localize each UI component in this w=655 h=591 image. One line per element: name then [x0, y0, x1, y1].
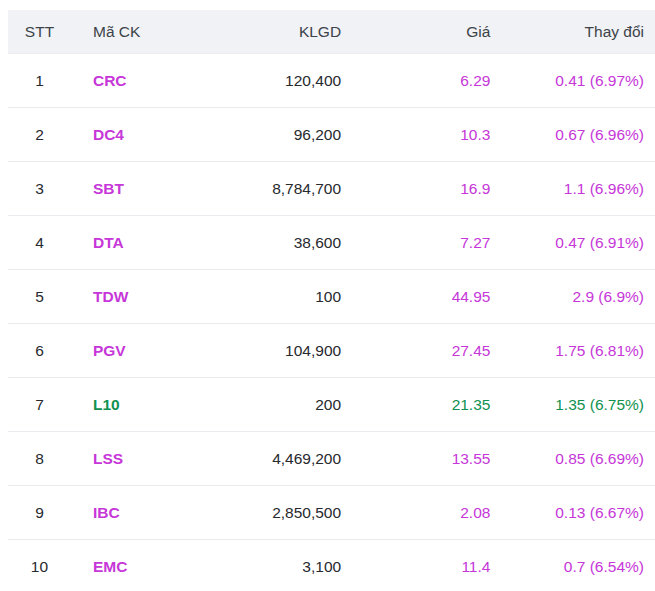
ticker-cell[interactable]: PGV: [71, 324, 162, 378]
table-row[interactable]: 7 L10 200 21.35 1.35 (6.75%): [8, 378, 655, 432]
price-cell: 10.3: [341, 108, 490, 162]
column-header-ticker: Mã CK: [71, 10, 162, 54]
price-cell: 13.55: [341, 432, 490, 486]
table-row[interactable]: 4 DTA 38,600 7.27 0.47 (6.91%): [8, 216, 655, 270]
table-body: 1 CRC 120,400 6.29 0.41 (6.97%) 2 DC4 96…: [8, 54, 655, 591]
table-row[interactable]: 1 CRC 120,400 6.29 0.41 (6.97%): [8, 54, 655, 108]
column-header-stt: STT: [8, 10, 71, 54]
table-row[interactable]: 2 DC4 96,200 10.3 0.67 (6.96%): [8, 108, 655, 162]
stt-cell: 6: [8, 324, 71, 378]
change-cell: 1.35 (6.75%): [490, 378, 655, 432]
change-cell: 0.47 (6.91%): [490, 216, 655, 270]
ticker-cell[interactable]: LSS: [71, 432, 162, 486]
ticker-cell[interactable]: L10: [71, 378, 162, 432]
volume-cell: 200: [162, 378, 341, 432]
price-cell: 21.35: [341, 378, 490, 432]
change-cell: 1.1 (6.96%): [490, 162, 655, 216]
volume-cell: 100: [162, 270, 341, 324]
column-header-change: Thay đổi: [490, 10, 655, 54]
stock-gainers-table: STT Mã CK KLGD Giá Thay đổi 1 CRC 120,40…: [8, 10, 655, 591]
change-cell: 0.67 (6.96%): [490, 108, 655, 162]
ticker-cell[interactable]: SBT: [71, 162, 162, 216]
change-cell: 0.13 (6.67%): [490, 486, 655, 540]
change-cell: 1.75 (6.81%): [490, 324, 655, 378]
volume-cell: 3,100: [162, 540, 341, 591]
stt-cell: 8: [8, 432, 71, 486]
table-row[interactable]: 5 TDW 100 44.95 2.9 (6.9%): [8, 270, 655, 324]
ticker-cell[interactable]: EMC: [71, 540, 162, 591]
price-cell: 27.45: [341, 324, 490, 378]
column-header-volume: KLGD: [162, 10, 341, 54]
table-row[interactable]: 6 PGV 104,900 27.45 1.75 (6.81%): [8, 324, 655, 378]
ticker-cell[interactable]: TDW: [71, 270, 162, 324]
ticker-cell[interactable]: DTA: [71, 216, 162, 270]
stt-cell: 2: [8, 108, 71, 162]
price-cell: 44.95: [341, 270, 490, 324]
change-cell: 0.85 (6.69%): [490, 432, 655, 486]
stt-cell: 9: [8, 486, 71, 540]
ticker-cell[interactable]: CRC: [71, 54, 162, 108]
stt-cell: 5: [8, 270, 71, 324]
table-row[interactable]: 10 EMC 3,100 11.4 0.7 (6.54%): [8, 540, 655, 591]
column-header-price: Giá: [341, 10, 490, 54]
volume-cell: 8,784,700: [162, 162, 341, 216]
table-header: STT Mã CK KLGD Giá Thay đổi: [8, 10, 655, 54]
volume-cell: 38,600: [162, 216, 341, 270]
stock-table-container: STT Mã CK KLGD Giá Thay đổi 1 CRC 120,40…: [0, 0, 655, 591]
table-row[interactable]: 8 LSS 4,469,200 13.55 0.85 (6.69%): [8, 432, 655, 486]
price-cell: 6.29: [341, 54, 490, 108]
stt-cell: 7: [8, 378, 71, 432]
price-cell: 16.9: [341, 162, 490, 216]
stt-cell: 10: [8, 540, 71, 591]
stt-cell: 4: [8, 216, 71, 270]
ticker-cell[interactable]: IBC: [71, 486, 162, 540]
table-row[interactable]: 3 SBT 8,784,700 16.9 1.1 (6.96%): [8, 162, 655, 216]
ticker-cell[interactable]: DC4: [71, 108, 162, 162]
volume-cell: 4,469,200: [162, 432, 341, 486]
volume-cell: 120,400: [162, 54, 341, 108]
price-cell: 7.27: [341, 216, 490, 270]
volume-cell: 2,850,500: [162, 486, 341, 540]
table-row[interactable]: 9 IBC 2,850,500 2.08 0.13 (6.67%): [8, 486, 655, 540]
change-cell: 0.7 (6.54%): [490, 540, 655, 591]
volume-cell: 96,200: [162, 108, 341, 162]
change-cell: 0.41 (6.97%): [490, 54, 655, 108]
price-cell: 2.08: [341, 486, 490, 540]
volume-cell: 104,900: [162, 324, 341, 378]
header-row: STT Mã CK KLGD Giá Thay đổi: [8, 10, 655, 54]
price-cell: 11.4: [341, 540, 490, 591]
change-cell: 2.9 (6.9%): [490, 270, 655, 324]
stt-cell: 3: [8, 162, 71, 216]
stt-cell: 1: [8, 54, 71, 108]
